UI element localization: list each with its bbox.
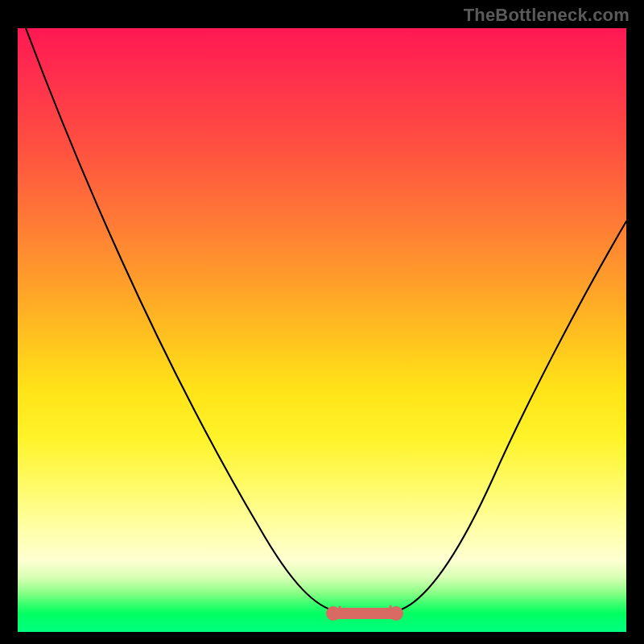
curve-svg [18, 28, 626, 632]
watermark-text: TheBottleneck.com [464, 5, 630, 26]
flat-zone-left-cap [326, 606, 341, 621]
plot-area [18, 28, 626, 632]
chart-stage: TheBottleneck.com [0, 0, 644, 644]
bottleneck-curve [26, 28, 626, 612]
